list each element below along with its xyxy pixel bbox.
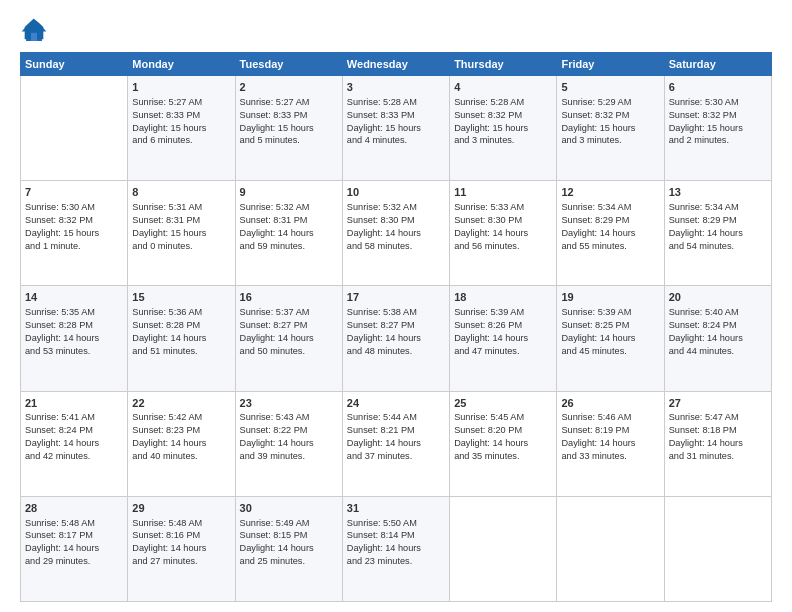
day-number: 9	[240, 185, 338, 200]
day-number: 26	[561, 396, 659, 411]
calendar-cell: 18Sunrise: 5:39 AM Sunset: 8:26 PM Dayli…	[450, 286, 557, 391]
calendar-cell: 22Sunrise: 5:42 AM Sunset: 8:23 PM Dayli…	[128, 391, 235, 496]
day-number: 15	[132, 290, 230, 305]
calendar-cell: 24Sunrise: 5:44 AM Sunset: 8:21 PM Dayli…	[342, 391, 449, 496]
calendar-cell: 29Sunrise: 5:48 AM Sunset: 8:16 PM Dayli…	[128, 496, 235, 601]
day-number: 22	[132, 396, 230, 411]
day-info: Sunrise: 5:46 AM Sunset: 8:19 PM Dayligh…	[561, 411, 659, 463]
day-info: Sunrise: 5:32 AM Sunset: 8:31 PM Dayligh…	[240, 201, 338, 253]
logo-icon	[20, 16, 48, 44]
day-info: Sunrise: 5:30 AM Sunset: 8:32 PM Dayligh…	[25, 201, 123, 253]
day-info: Sunrise: 5:38 AM Sunset: 8:27 PM Dayligh…	[347, 306, 445, 358]
day-number: 31	[347, 501, 445, 516]
calendar-cell	[664, 496, 771, 601]
day-number: 8	[132, 185, 230, 200]
day-info: Sunrise: 5:28 AM Sunset: 8:33 PM Dayligh…	[347, 96, 445, 148]
day-number: 14	[25, 290, 123, 305]
day-number: 11	[454, 185, 552, 200]
calendar-cell: 14Sunrise: 5:35 AM Sunset: 8:28 PM Dayli…	[21, 286, 128, 391]
week-row-3: 21Sunrise: 5:41 AM Sunset: 8:24 PM Dayli…	[21, 391, 772, 496]
calendar-cell: 11Sunrise: 5:33 AM Sunset: 8:30 PM Dayli…	[450, 181, 557, 286]
week-row-0: 1Sunrise: 5:27 AM Sunset: 8:33 PM Daylig…	[21, 76, 772, 181]
day-info: Sunrise: 5:40 AM Sunset: 8:24 PM Dayligh…	[669, 306, 767, 358]
calendar-cell: 23Sunrise: 5:43 AM Sunset: 8:22 PM Dayli…	[235, 391, 342, 496]
weekday-header-friday: Friday	[557, 53, 664, 76]
day-info: Sunrise: 5:28 AM Sunset: 8:32 PM Dayligh…	[454, 96, 552, 148]
day-info: Sunrise: 5:42 AM Sunset: 8:23 PM Dayligh…	[132, 411, 230, 463]
day-info: Sunrise: 5:27 AM Sunset: 8:33 PM Dayligh…	[240, 96, 338, 148]
day-info: Sunrise: 5:34 AM Sunset: 8:29 PM Dayligh…	[669, 201, 767, 253]
calendar-cell: 27Sunrise: 5:47 AM Sunset: 8:18 PM Dayli…	[664, 391, 771, 496]
logo	[20, 16, 52, 44]
day-number: 24	[347, 396, 445, 411]
calendar-cell	[557, 496, 664, 601]
day-info: Sunrise: 5:48 AM Sunset: 8:17 PM Dayligh…	[25, 517, 123, 569]
calendar-cell: 15Sunrise: 5:36 AM Sunset: 8:28 PM Dayli…	[128, 286, 235, 391]
calendar-cell: 19Sunrise: 5:39 AM Sunset: 8:25 PM Dayli…	[557, 286, 664, 391]
day-number: 6	[669, 80, 767, 95]
day-number: 17	[347, 290, 445, 305]
day-number: 18	[454, 290, 552, 305]
calendar-cell: 17Sunrise: 5:38 AM Sunset: 8:27 PM Dayli…	[342, 286, 449, 391]
calendar-cell: 28Sunrise: 5:48 AM Sunset: 8:17 PM Dayli…	[21, 496, 128, 601]
calendar-cell: 1Sunrise: 5:27 AM Sunset: 8:33 PM Daylig…	[128, 76, 235, 181]
day-info: Sunrise: 5:37 AM Sunset: 8:27 PM Dayligh…	[240, 306, 338, 358]
weekday-header-thursday: Thursday	[450, 53, 557, 76]
calendar-cell: 5Sunrise: 5:29 AM Sunset: 8:32 PM Daylig…	[557, 76, 664, 181]
calendar-cell: 25Sunrise: 5:45 AM Sunset: 8:20 PM Dayli…	[450, 391, 557, 496]
weekday-header-wednesday: Wednesday	[342, 53, 449, 76]
day-info: Sunrise: 5:32 AM Sunset: 8:30 PM Dayligh…	[347, 201, 445, 253]
calendar-cell: 7Sunrise: 5:30 AM Sunset: 8:32 PM Daylig…	[21, 181, 128, 286]
weekday-header-monday: Monday	[128, 53, 235, 76]
day-info: Sunrise: 5:47 AM Sunset: 8:18 PM Dayligh…	[669, 411, 767, 463]
week-row-2: 14Sunrise: 5:35 AM Sunset: 8:28 PM Dayli…	[21, 286, 772, 391]
day-info: Sunrise: 5:33 AM Sunset: 8:30 PM Dayligh…	[454, 201, 552, 253]
calendar-cell	[450, 496, 557, 601]
day-info: Sunrise: 5:43 AM Sunset: 8:22 PM Dayligh…	[240, 411, 338, 463]
calendar-cell: 31Sunrise: 5:50 AM Sunset: 8:14 PM Dayli…	[342, 496, 449, 601]
day-info: Sunrise: 5:39 AM Sunset: 8:25 PM Dayligh…	[561, 306, 659, 358]
day-number: 1	[132, 80, 230, 95]
day-info: Sunrise: 5:44 AM Sunset: 8:21 PM Dayligh…	[347, 411, 445, 463]
week-row-4: 28Sunrise: 5:48 AM Sunset: 8:17 PM Dayli…	[21, 496, 772, 601]
calendar-table: SundayMondayTuesdayWednesdayThursdayFrid…	[20, 52, 772, 602]
day-info: Sunrise: 5:30 AM Sunset: 8:32 PM Dayligh…	[669, 96, 767, 148]
day-number: 16	[240, 290, 338, 305]
day-number: 2	[240, 80, 338, 95]
weekday-header-row: SundayMondayTuesdayWednesdayThursdayFrid…	[21, 53, 772, 76]
day-number: 27	[669, 396, 767, 411]
header	[20, 16, 772, 44]
calendar-cell: 10Sunrise: 5:32 AM Sunset: 8:30 PM Dayli…	[342, 181, 449, 286]
calendar-cell: 13Sunrise: 5:34 AM Sunset: 8:29 PM Dayli…	[664, 181, 771, 286]
calendar-cell: 2Sunrise: 5:27 AM Sunset: 8:33 PM Daylig…	[235, 76, 342, 181]
day-number: 28	[25, 501, 123, 516]
weekday-header-tuesday: Tuesday	[235, 53, 342, 76]
day-number: 4	[454, 80, 552, 95]
day-number: 20	[669, 290, 767, 305]
day-info: Sunrise: 5:34 AM Sunset: 8:29 PM Dayligh…	[561, 201, 659, 253]
calendar-cell: 8Sunrise: 5:31 AM Sunset: 8:31 PM Daylig…	[128, 181, 235, 286]
day-info: Sunrise: 5:49 AM Sunset: 8:15 PM Dayligh…	[240, 517, 338, 569]
day-info: Sunrise: 5:39 AM Sunset: 8:26 PM Dayligh…	[454, 306, 552, 358]
day-info: Sunrise: 5:50 AM Sunset: 8:14 PM Dayligh…	[347, 517, 445, 569]
day-info: Sunrise: 5:36 AM Sunset: 8:28 PM Dayligh…	[132, 306, 230, 358]
calendar-cell: 16Sunrise: 5:37 AM Sunset: 8:27 PM Dayli…	[235, 286, 342, 391]
day-number: 19	[561, 290, 659, 305]
day-number: 21	[25, 396, 123, 411]
day-number: 29	[132, 501, 230, 516]
day-number: 7	[25, 185, 123, 200]
day-number: 13	[669, 185, 767, 200]
calendar-cell: 4Sunrise: 5:28 AM Sunset: 8:32 PM Daylig…	[450, 76, 557, 181]
day-info: Sunrise: 5:41 AM Sunset: 8:24 PM Dayligh…	[25, 411, 123, 463]
day-info: Sunrise: 5:48 AM Sunset: 8:16 PM Dayligh…	[132, 517, 230, 569]
day-number: 30	[240, 501, 338, 516]
day-info: Sunrise: 5:31 AM Sunset: 8:31 PM Dayligh…	[132, 201, 230, 253]
day-number: 25	[454, 396, 552, 411]
calendar-cell: 6Sunrise: 5:30 AM Sunset: 8:32 PM Daylig…	[664, 76, 771, 181]
day-info: Sunrise: 5:27 AM Sunset: 8:33 PM Dayligh…	[132, 96, 230, 148]
day-number: 12	[561, 185, 659, 200]
calendar-cell: 12Sunrise: 5:34 AM Sunset: 8:29 PM Dayli…	[557, 181, 664, 286]
day-number: 3	[347, 80, 445, 95]
day-number: 10	[347, 185, 445, 200]
calendar-cell: 30Sunrise: 5:49 AM Sunset: 8:15 PM Dayli…	[235, 496, 342, 601]
